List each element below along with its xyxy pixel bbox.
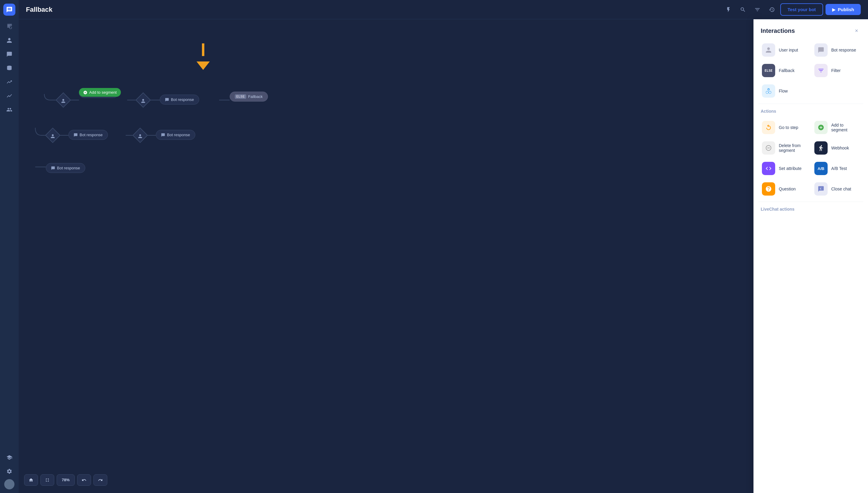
filter-icon — [815, 64, 828, 77]
question-icon — [762, 182, 775, 196]
panel-item-fallback[interactable]: ELSE Fallback — [758, 60, 811, 81]
bottom-controls: 78% — [24, 474, 107, 486]
panel-item-go-to-step[interactable]: Go to step — [758, 117, 811, 138]
bot-response-icon — [815, 43, 828, 57]
page-title: Fallback — [26, 6, 722, 14]
divider-1 — [758, 104, 863, 104]
webhook-icon — [815, 141, 828, 155]
test-your-bot-button[interactable]: Test your bot — [780, 3, 823, 16]
sidebar-item-reports[interactable] — [3, 90, 15, 102]
filter-label: Filter — [831, 68, 841, 73]
add-segment-icon — [815, 121, 828, 134]
close-chat-label: Close chat — [831, 187, 851, 191]
set-attribute-icon — [762, 162, 775, 175]
panel-header: Interactions × — [754, 19, 868, 40]
panel-item-flow[interactable]: Flow — [758, 81, 811, 101]
user-input-label: User input — [779, 48, 798, 52]
lightning-button[interactable] — [722, 4, 735, 16]
sidebar-item-bots[interactable] — [3, 21, 15, 33]
delete-segment-label: Delete from segment — [779, 143, 807, 153]
fallback-badge: ELSE — [235, 94, 246, 99]
flow-icon — [762, 84, 775, 98]
user-input-icon — [762, 43, 775, 57]
undo-button[interactable] — [77, 474, 91, 486]
drop-indicator — [196, 43, 210, 70]
panel-item-bot-response[interactable]: Bot response — [811, 40, 863, 60]
drop-arrow-head — [196, 62, 210, 70]
drop-arrow-body — [200, 43, 206, 62]
go-to-step-icon — [762, 121, 775, 134]
panel-title: Interactions — [761, 27, 795, 34]
panel-item-user-input[interactable]: User input — [758, 40, 811, 60]
sidebar-item-settings[interactable] — [3, 465, 15, 477]
close-chat-icon — [815, 182, 828, 196]
sidebar-bottom — [3, 451, 15, 489]
panel-item-filter[interactable]: Filter — [811, 60, 863, 81]
panel-item-ab-test[interactable]: A/B A/B Test — [811, 158, 863, 179]
user-input-diamond-2[interactable] — [138, 94, 149, 105]
webhook-label: Webhook — [831, 146, 849, 150]
add-to-segment-node[interactable]: Add to segment — [79, 88, 121, 97]
panel-item-set-attribute[interactable]: Set attribute — [758, 158, 811, 179]
delete-segment-icon — [762, 141, 775, 155]
ab-test-label: A/B Test — [831, 166, 847, 171]
panel-item-webhook[interactable]: Webhook — [811, 138, 863, 158]
bot-response-node-2[interactable]: Bot response — [160, 94, 199, 105]
header-actions: Test your bot ▶ Publish — [722, 3, 861, 16]
user-input-diamond-4[interactable] — [135, 130, 146, 141]
svg-rect-9 — [767, 148, 770, 148]
bot-response-node-3[interactable]: Bot response — [68, 130, 108, 140]
history-button[interactable] — [766, 4, 778, 16]
bot-response-label: Bot response — [831, 48, 856, 52]
redo-button[interactable] — [93, 474, 107, 486]
question-label: Question — [779, 187, 796, 191]
zoom-level: 78% — [57, 474, 75, 486]
filter-button[interactable] — [751, 4, 763, 16]
add-segment-label: Add to segment — [831, 123, 860, 132]
flow-label: Flow — [779, 89, 788, 93]
flow-connectors — [19, 19, 868, 493]
fallback-node[interactable]: ELSE Fallback — [230, 92, 268, 102]
user-input-diamond-3[interactable] — [47, 130, 58, 141]
go-to-step-label: Go to step — [779, 125, 798, 130]
fallback-icon: ELSE — [762, 64, 775, 77]
panel-item-question[interactable]: Question — [758, 179, 811, 199]
panel-item-add-to-segment[interactable]: Add to segment — [811, 117, 863, 138]
sidebar-item-learn[interactable] — [3, 451, 15, 464]
expand-button[interactable] — [40, 474, 54, 486]
sidebar-item-team[interactable] — [3, 104, 15, 116]
home-button[interactable] — [24, 474, 38, 486]
panel-close-button[interactable]: × — [852, 26, 861, 35]
sidebar-item-data[interactable] — [3, 62, 15, 74]
sidebar-item-contacts[interactable] — [3, 34, 15, 46]
sidebar-item-analytics[interactable] — [3, 76, 15, 88]
header: Fallback Test your bot ▶ Publish — [19, 0, 868, 19]
interactions-panel: Interactions × User input Bot response E… — [754, 19, 868, 493]
flow-area: Bot response Add to segment Bot response — [19, 19, 868, 493]
user-input-diamond-1[interactable] — [58, 94, 69, 105]
publish-button[interactable]: ▶ Publish — [825, 4, 861, 15]
set-attribute-label: Set attribute — [779, 166, 802, 171]
canvas[interactable]: Bot response Add to segment Bot response — [19, 19, 868, 493]
publish-play-icon: ▶ — [832, 7, 836, 12]
bot-response-node-5[interactable]: Bot response — [46, 163, 85, 173]
app-logo[interactable] — [3, 4, 15, 16]
avatar[interactable] — [4, 479, 15, 489]
actions-grid: Go to step Add to segment Delete from se… — [754, 117, 868, 199]
sidebar — [0, 0, 19, 493]
panel-item-delete-from-segment[interactable]: Delete from segment — [758, 138, 811, 158]
actions-section-title: Actions — [754, 106, 868, 117]
sidebar-item-chat[interactable] — [3, 48, 15, 60]
fallback-label: Fallback — [779, 68, 795, 73]
ab-test-icon: A/B — [815, 162, 828, 175]
bot-response-node-4[interactable]: Bot response — [156, 130, 195, 140]
panel-item-close-chat[interactable]: Close chat — [811, 179, 863, 199]
search-button[interactable] — [737, 4, 749, 16]
divider-2 — [758, 201, 863, 202]
livechat-actions-section-title: LiveChat actions — [754, 204, 868, 215]
interactions-grid: User input Bot response ELSE Fallback Fi… — [754, 40, 868, 101]
